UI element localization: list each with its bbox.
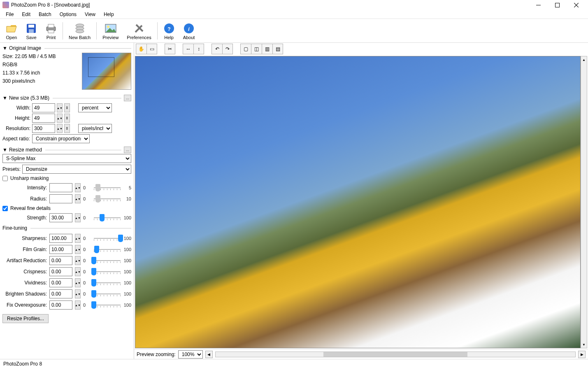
hand-tool-button[interactable]: ✋	[136, 44, 146, 54]
ft-input-4[interactable]	[49, 278, 72, 287]
preview-canvas[interactable]	[135, 56, 581, 348]
ft-slider-5[interactable]	[94, 291, 121, 297]
save-button[interactable]: Save	[21, 19, 41, 42]
new-batch-button[interactable]: New Batch	[65, 19, 95, 42]
ft-spinner-3[interactable]: ▲▼	[75, 267, 81, 276]
ft-input-6[interactable]	[49, 300, 72, 310]
scroll-up-button[interactable]: ▲	[581, 56, 587, 63]
undo-icon: ↶	[215, 46, 219, 52]
scroll-left-button[interactable]: ◀	[205, 351, 213, 358]
menu-options[interactable]: Options	[56, 10, 80, 19]
resize-method-select[interactable]: S-Spline Max	[2, 154, 131, 163]
ft-spinner-2[interactable]: ▲▼	[75, 256, 81, 265]
menu-edit[interactable]: Edit	[19, 10, 34, 19]
preview-button[interactable]: Preview	[98, 19, 123, 42]
strength-slider[interactable]	[94, 214, 121, 221]
ft-label: Fix Overexposure:	[2, 302, 47, 308]
redo-button[interactable]: ↷	[222, 44, 233, 54]
resize-method-header[interactable]: ▼ Resize method…	[2, 146, 131, 154]
slider-min: 0	[83, 185, 91, 190]
split-v-icon: ▤	[276, 46, 280, 52]
original-thumbnail[interactable]	[82, 53, 131, 90]
resolution-input[interactable]	[32, 124, 55, 133]
menubar: File Edit Batch Options View Help	[0, 10, 588, 19]
slider-min: 0	[83, 303, 91, 307]
undo-button[interactable]: ↶	[211, 44, 222, 54]
view-single-button[interactable]: ▢	[240, 44, 251, 54]
width-input[interactable]	[32, 103, 55, 112]
crop-tool-button[interactable]: ✂	[165, 44, 175, 54]
menu-help[interactable]: Help	[100, 10, 117, 19]
view-split-v-button[interactable]: ▤	[272, 44, 283, 54]
ft-spinner-1[interactable]: ▲▼	[75, 245, 81, 254]
width-link-button[interactable]: ⇕	[64, 103, 70, 112]
slider-max: 100	[123, 291, 131, 296]
minimize-button[interactable]	[529, 0, 548, 10]
strength-spinner[interactable]: ▲▼	[75, 213, 81, 222]
height-input[interactable]	[32, 114, 55, 123]
scroll-right-button[interactable]: ▶	[578, 351, 586, 358]
marquee-tool-button[interactable]: ▭	[146, 44, 157, 54]
new-size-header[interactable]: ▼ New size (5.3 MB)…	[2, 94, 131, 102]
unsharp-label: Unsharp masking	[10, 175, 49, 181]
flip-horizontal-button[interactable]: ↔	[183, 44, 193, 54]
preview-zoom-select[interactable]: 100%	[178, 350, 203, 359]
slider-min: 0	[83, 269, 91, 274]
maximize-button[interactable]	[548, 0, 567, 10]
ft-slider-6[interactable]	[94, 302, 121, 308]
unsharp-masking-checkbox[interactable]	[2, 176, 8, 181]
ft-slider-2[interactable]	[94, 257, 121, 264]
open-button[interactable]: Open	[2, 19, 21, 42]
resolution-link-button[interactable]: ⇕	[64, 124, 70, 133]
height-link-button[interactable]: ⇕	[64, 114, 70, 123]
marquee-icon: ▭	[150, 46, 154, 52]
resolution-unit-select[interactable]: pixels/inch	[78, 124, 112, 133]
print-button[interactable]: Print	[41, 19, 61, 42]
flip-vertical-button[interactable]: ↕	[193, 44, 204, 54]
horizontal-scrollbar[interactable]	[215, 352, 576, 357]
help-button[interactable]: ?Help	[159, 19, 179, 42]
ft-input-0[interactable]	[49, 234, 72, 243]
ft-label: Artifact Reduction:	[2, 258, 47, 263]
height-spinner[interactable]: ▲▼	[57, 114, 63, 123]
resize-profiles-button[interactable]: Resize Profiles...	[2, 314, 49, 323]
new-size-options-button[interactable]: …	[124, 95, 131, 101]
slider-min: 0	[83, 291, 91, 296]
slider-max: 100	[123, 258, 131, 263]
slider-min: 0	[83, 196, 91, 201]
ft-slider-3[interactable]	[94, 268, 121, 275]
ft-spinner-4[interactable]: ▲▼	[75, 278, 81, 287]
menu-file[interactable]: File	[2, 10, 17, 19]
reveal-fine-details-checkbox[interactable]	[2, 206, 8, 211]
printer-icon	[45, 23, 57, 34]
ft-input-2[interactable]	[49, 256, 72, 265]
vertical-scrollbar[interactable]: ▲▼	[581, 56, 587, 348]
resize-method-options-button[interactable]: …	[124, 147, 131, 153]
ft-spinner-5[interactable]: ▲▼	[75, 289, 81, 298]
menu-batch[interactable]: Batch	[35, 10, 55, 19]
view-split-h-button[interactable]: ▥	[262, 44, 272, 54]
preferences-button[interactable]: Preferences	[123, 19, 155, 42]
toolbar-label: Preferences	[127, 35, 151, 40]
width-spinner[interactable]: ▲▼	[57, 103, 63, 112]
orig-resolution: 300 pixels/inch	[2, 78, 56, 84]
presets-select[interactable]: Downsize	[22, 165, 131, 174]
scroll-down-button[interactable]: ▼	[581, 341, 587, 348]
resolution-spinner[interactable]: ▲▼	[57, 124, 63, 133]
ft-spinner-6[interactable]: ▲▼	[75, 300, 81, 310]
ft-slider-1[interactable]	[94, 246, 121, 253]
aspect-ratio-select[interactable]: Constrain proportions	[32, 134, 90, 143]
view-split-center-button[interactable]: ◫	[251, 44, 262, 54]
ft-input-5[interactable]	[49, 289, 72, 298]
ft-input-3[interactable]	[49, 267, 72, 276]
ft-input-1[interactable]	[49, 245, 72, 254]
size-unit-select[interactable]: percent	[78, 103, 112, 112]
original-image-header[interactable]: ▼ Original Image	[2, 44, 131, 52]
strength-input[interactable]	[49, 213, 72, 222]
ft-spinner-0[interactable]: ▲▼	[75, 234, 81, 243]
close-button[interactable]	[567, 0, 586, 10]
menu-view[interactable]: View	[81, 10, 99, 19]
about-button[interactable]: iAbout	[179, 19, 199, 42]
ft-slider-4[interactable]	[94, 279, 121, 286]
ft-slider-0[interactable]	[94, 235, 121, 242]
